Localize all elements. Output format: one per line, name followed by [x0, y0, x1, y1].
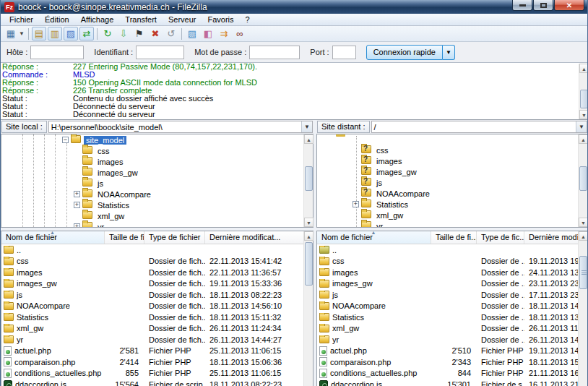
menu-item-transfert[interactable]: Transfert — [119, 14, 163, 25]
file-row-images-gw[interactable]: images_gwDossier de ...23.11.2013 23:56: — [317, 278, 587, 290]
tree-item-images[interactable]: images — [1, 156, 313, 167]
column-header-type-de-fichier[interactable]: Type de fichier — [144, 231, 205, 244]
maximize-button[interactable] — [533, 0, 553, 11]
column-header-type-de-fic[interactable]: Type de fic... — [477, 231, 524, 244]
column-header-derni-re-modificat[interactable]: Dernière modificat... — [205, 231, 305, 244]
tree-item-js[interactable]: ?js — [317, 177, 587, 188]
directory-comparison-button[interactable]: ◧ — [201, 27, 215, 40]
local-list-scrollbar[interactable]: ▲ — [303, 231, 313, 386]
local-path-combo[interactable]: H:\personnel\boock\site_model\ ▼ — [48, 121, 313, 133]
collapse-icon[interactable]: − — [62, 137, 69, 143]
remote-list-scrollbar[interactable]: ▲ — [578, 231, 587, 386]
file-row-yr[interactable]: yrDossier de fich...26.11.2013 14:44:27 — [1, 334, 313, 346]
message-log-scrollbar[interactable]: ▲ ▼ — [579, 64, 588, 119]
cancel-operation-button[interactable]: ⚑ — [132, 27, 147, 40]
tree-item-yr[interactable]: +yr — [1, 221, 313, 228]
tree-item-noaacompare[interactable]: ?NOAAcompare — [317, 188, 587, 199]
scroll-down-icon[interactable]: ▼ — [579, 110, 588, 119]
tree-item-noaacompare[interactable]: +NOAAcompare — [1, 189, 313, 200]
tree-item-js[interactable]: js — [1, 178, 313, 189]
scroll-up-icon[interactable]: ▲ — [304, 134, 314, 144]
expand-icon[interactable]: + — [74, 191, 80, 197]
menu-item-fichier[interactable]: Fichier — [4, 14, 39, 25]
file-row-noaacompare[interactable]: NOAAcompareDossier de fich...18.11.2013 … — [1, 301, 313, 312]
tree-item-yr[interactable]: yr — [317, 220, 587, 228]
scroll-up-icon[interactable]: ▲ — [579, 134, 588, 144]
chevron-down-icon[interactable]: ▼ — [576, 121, 587, 132]
remote-path-combo[interactable]: / ▼ — [371, 121, 587, 133]
toggle-message-log-button[interactable]: ▤ — [32, 27, 46, 40]
scrollbar-thumb[interactable] — [305, 242, 313, 286]
scroll-down-icon[interactable]: ▼ — [304, 218, 314, 227]
file-row-actuel-php[interactable]: actuel.php2'581Fichier PHP25.11.2013 11:… — [1, 346, 313, 357]
menu-item-serveur[interactable]: Serveur — [163, 14, 202, 25]
scroll-up-icon[interactable]: ▲ — [579, 231, 588, 241]
process-queue-button[interactable]: ⇩ — [116, 27, 131, 40]
file-row-conditions-actuelles-php[interactable]: conditions_actuelles.php855Fichier PHP25… — [1, 368, 313, 379]
scroll-down-icon[interactable]: ▼ — [579, 218, 588, 227]
local-tree-scrollbar[interactable]: ▲ ▼ — [303, 134, 313, 227]
expand-icon[interactable]: + — [74, 202, 80, 208]
find-files-button[interactable]: ∞ — [233, 27, 247, 40]
toggle-remote-tree-button[interactable]: ▨ — [64, 27, 78, 40]
host-input[interactable] — [30, 46, 84, 59]
file-row-images[interactable]: imagesDossier de fich...22.11.2013 11:36… — [1, 267, 313, 278]
tree-item-images-gw[interactable]: images_gw — [1, 167, 313, 178]
file-row-xml-gw[interactable]: xml_gwDossier de fich...26.11.2013 11:24… — [1, 323, 313, 335]
port-input[interactable] — [332, 46, 356, 59]
file-row-statistics[interactable]: StatisticsDossier de ...18.11.2013 13:50… — [317, 312, 587, 323]
scroll-up-icon[interactable]: ▲ — [579, 64, 588, 73]
file-row-comparaison-php[interactable]: comparaison.php2'343Fichier PHP18.11.201… — [317, 356, 587, 368]
quickconnect-button[interactable]: Connexion rapide — [366, 45, 443, 60]
menu-item-favoris[interactable]: Favoris — [202, 14, 239, 25]
chevron-down-icon[interactable]: ▼ — [301, 121, 312, 132]
tree-item-css[interactable]: ?css — [317, 145, 587, 155]
file-row-images-gw[interactable]: images_gwDossier de fich...19.11.2013 15… — [1, 278, 313, 290]
file-row-ddaccordion-js[interactable]: ddaccordion.js15'564Fichier de scrip...1… — [1, 379, 313, 386]
toggle-transfer-queue-button[interactable]: ⇄ — [79, 27, 94, 40]
synchronized-browsing-button[interactable]: ⇉ — [217, 27, 231, 40]
tree-item-images-gw[interactable]: ?images_gw — [317, 166, 587, 177]
toggle-local-tree-button[interactable]: ▥ — [48, 27, 62, 40]
tree-item-images[interactable]: ?images — [317, 155, 587, 166]
scrollbar-thumb[interactable] — [305, 166, 313, 191]
close-button[interactable]: ✕ — [554, 0, 584, 11]
tree-item-xml-gw[interactable]: xml_gw — [317, 210, 587, 220]
file-row-actuel-php[interactable]: actuel.php2'510Fichier PHP19.11.2013 14:… — [317, 346, 587, 357]
tree-item-site-model[interactable]: −site_model — [1, 134, 313, 145]
column-header-nom-de-fichier[interactable]: Nom de fichier▲ — [1, 231, 105, 244]
remote-tree-scrollbar[interactable]: ▲ ▼ — [578, 134, 587, 227]
file-row-js[interactable]: jsDossier de fich...18.11.2013 08:22:23 — [1, 289, 313, 301]
file-row-css[interactable]: cssDossier de fich...22.11.2013 15:41:42 — [1, 256, 313, 267]
menu-item-item[interactable]: ? — [240, 14, 256, 25]
tree-item-xml-gw[interactable]: xml_gw — [1, 210, 313, 221]
refresh-button[interactable]: ↻ — [100, 27, 115, 40]
tree-item-statistics[interactable]: +Statistics — [1, 200, 313, 210]
scrollbar-thumb[interactable] — [579, 166, 587, 191]
file-row-yr[interactable]: yrDossier de ...26.11.2013 14:45: — [317, 334, 587, 346]
site-manager-dropdown[interactable]: ▼ — [19, 30, 25, 37]
file-row-ddaccordion-js[interactable]: ddaccordion.js15'301Fichier de s...16.11… — [317, 379, 587, 386]
file-row-comparaison-php[interactable]: comparaison.php2'414Fichier PHP18.11.201… — [1, 356, 313, 368]
scrollbar-thumb[interactable] — [580, 90, 588, 108]
file-row-xml-gw[interactable]: xml_gwDossier de ...26.11.2013 11:12: — [317, 323, 587, 335]
menu-item-affichage[interactable]: Affichage — [75, 14, 120, 25]
column-header-derni-re-modific[interactable]: Dernière modific — [524, 231, 579, 244]
quickconnect-dropdown[interactable]: ▼ — [443, 45, 455, 60]
expand-icon[interactable]: + — [353, 201, 359, 207]
file-row-images[interactable]: imagesDossier de ...24.11.2013 13:33: — [317, 267, 587, 278]
scrollbar-thumb[interactable] — [579, 256, 587, 289]
file-row-js[interactable]: jsDossier de ...17.11.2013 23:01: — [317, 289, 587, 301]
password-input[interactable] — [249, 46, 300, 59]
file-row-item[interactable]: .. — [1, 244, 313, 256]
file-row-conditions-actuelles-php[interactable]: conditions_actuelles.php844Fichier PHP21… — [317, 368, 587, 379]
reconnect-button[interactable]: ↺ — [164, 27, 178, 40]
tree-item-css[interactable]: css — [1, 145, 313, 156]
file-row-css[interactable]: cssDossier de ...19.11.2013 19:35: — [317, 256, 587, 267]
disconnect-button[interactable]: ✖ — [148, 27, 163, 40]
file-row-statistics[interactable]: StatisticsDossier de fich...18.11.2013 1… — [1, 312, 313, 323]
column-header-nom-de-fichier[interactable]: Nom de fichier▲ — [317, 231, 431, 244]
minimize-button[interactable] — [512, 0, 532, 11]
menu-item-dition[interactable]: Édition — [39, 14, 75, 25]
file-row-item[interactable]: .. — [317, 244, 587, 256]
